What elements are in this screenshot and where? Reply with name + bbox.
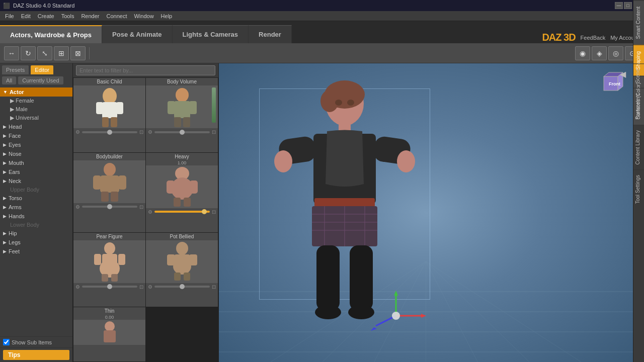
actor-arrow: ▼ — [3, 89, 8, 95]
menu-edit[interactable]: Edit — [18, 13, 34, 20]
morph-bodybuilder-slider[interactable] — [82, 206, 137, 208]
morph-thin[interactable]: Thin 0.00 — [73, 307, 145, 361]
editor-tab[interactable]: Editor — [31, 65, 53, 74]
svg-rect-29 — [102, 274, 108, 282]
svg-rect-22 — [174, 198, 181, 207]
morph-pb-lock-icon[interactable]: ⊡ — [212, 284, 216, 290]
morph-pear-figure-slider[interactable] — [82, 286, 137, 288]
tips-area: Tips — [0, 347, 72, 362]
menu-help[interactable]: Help — [158, 13, 176, 20]
minimize-button[interactable]: — — [615, 2, 623, 9]
presets-tab[interactable]: Presets — [2, 65, 29, 74]
tree-mouth[interactable]: ▶ Mouth — [0, 158, 72, 167]
morph-pear-lock-icon[interactable]: ⊡ — [139, 284, 143, 290]
nav-tab-1[interactable]: Pose & Animate — [102, 25, 173, 43]
tree-neck[interactable]: ▶ Neck — [0, 176, 72, 186]
toolbar: ↔ ↻ ⤡ ⊞ ⊠ ◉ ◈ ◎ ⊙ — [0, 43, 644, 63]
nav-tab-0[interactable]: Actors, Wardrobe & Props — [0, 25, 102, 43]
tree-feet[interactable]: ▶ Feet — [0, 247, 72, 256]
menu-connect[interactable]: Connect — [104, 13, 130, 20]
tree-face[interactable]: ▶ Face — [0, 131, 72, 140]
tree-torso[interactable]: ▶ Torso — [0, 194, 72, 203]
nav-tab-3[interactable]: Render — [249, 25, 292, 43]
morph-bodybuilder-title: Bodybuilder — [73, 153, 145, 160]
morph-heavy-slider[interactable] — [154, 211, 210, 213]
morph-heavy-image — [146, 165, 218, 208]
morph-bb-settings-icon[interactable]: ⚙ — [75, 204, 80, 210]
parameters-panel-tab[interactable]: Parameters — [633, 88, 644, 125]
menu-tools[interactable]: Tools — [58, 13, 77, 20]
morph-pear-settings-icon[interactable]: ⚙ — [75, 284, 80, 290]
show-sub-items[interactable]: Show Sub Items — [3, 339, 52, 345]
morph-pot-bellied[interactable]: Pot Bellied ⚙ — [146, 233, 218, 307]
svg-marker-80 — [371, 327, 377, 331]
tree-universal[interactable]: ▶ Universal — [0, 114, 72, 122]
tree-male[interactable]: ▶ Male — [0, 105, 72, 114]
show-sub-checkbox[interactable] — [3, 339, 10, 345]
tree-arms[interactable]: ▶ Arms — [0, 203, 72, 212]
morph-heavy-title: Heavy — [146, 153, 218, 160]
content-library-tab[interactable]: Content Library — [633, 125, 644, 169]
hands-arrow: ▶ — [3, 214, 7, 219]
scene-collapse-icon[interactable]: ◀ — [620, 69, 626, 79]
titlebar-left: ⬛ DAZ Studio 4.0 Standard — [3, 3, 74, 9]
toolbar-light[interactable]: ◎ — [608, 46, 623, 60]
tree-nose[interactable]: ▶ Nose — [0, 149, 72, 158]
tool-settings-tab[interactable]: Tool Settings — [633, 169, 644, 209]
morph-basic-child-controls: ⚙ ⊡ — [73, 128, 145, 136]
morph-pb-settings-icon[interactable]: ⚙ — [148, 284, 152, 290]
morph-body-volume[interactable]: Body Volume ⚙ — [146, 78, 218, 152]
morph-body-lock-icon[interactable]: ⊡ — [212, 129, 216, 135]
maximize-button[interactable]: □ — [624, 2, 632, 9]
menu-window[interactable]: Window — [131, 13, 156, 20]
menu-render[interactable]: Render — [78, 13, 102, 20]
nav-link-feedback[interactable]: FeedBack — [581, 35, 606, 41]
morph-heavy-lock-icon[interactable]: ⊡ — [212, 209, 216, 215]
toolbar-translate[interactable]: ↔ — [4, 46, 19, 60]
morph-lock-icon[interactable]: ⊡ — [139, 129, 143, 135]
morph-settings-icon[interactable]: ⚙ — [75, 129, 80, 135]
morph-heavy[interactable]: Heavy 1.00 ⚙ — [146, 153, 218, 232]
svg-rect-23 — [184, 198, 191, 207]
menu-file[interactable]: File — [2, 13, 17, 20]
tips-button[interactable]: Tips — [3, 350, 69, 360]
toolbar-select[interactable]: ⊞ — [54, 46, 69, 60]
morph-basic-child[interactable]: Basic Child ⚙ ⊡ — [73, 78, 145, 152]
morph-body-volume-slider[interactable] — [154, 131, 210, 133]
tree-eyes[interactable]: ▶ Eyes — [0, 140, 72, 149]
toolbar-render-preview[interactable]: ◉ — [575, 46, 590, 60]
torso-arrow: ▶ — [3, 196, 7, 201]
tree-head[interactable]: ▶ Head — [0, 122, 72, 131]
morph-bodybuilder[interactable]: Bodybuilder ⚙ ⊡ — [73, 153, 145, 232]
nav-tab-2[interactable]: Lights & Cameras — [173, 25, 249, 43]
tree-ears[interactable]: ▶ Ears — [0, 167, 72, 176]
menu-create[interactable]: Create — [35, 13, 57, 20]
tree-hip[interactable]: ▶ Hip — [0, 229, 72, 238]
morph-pear-figure[interactable]: Pear Figure ⚙ — [73, 233, 145, 307]
all-filter[interactable]: All — [2, 76, 16, 84]
morph-basic-child-slider[interactable] — [82, 131, 137, 133]
panel-tabs: Presets Editor — [0, 63, 72, 74]
search-input[interactable] — [76, 65, 215, 75]
currently-used-filter[interactable]: Currently Used — [18, 76, 63, 84]
svg-rect-21 — [190, 180, 198, 194]
svg-rect-35 — [189, 254, 197, 265]
toolbar-rotate[interactable]: ↻ — [21, 46, 36, 60]
nose-arrow: ▶ — [3, 151, 7, 156]
morph-body-settings-icon[interactable]: ⚙ — [148, 129, 152, 135]
tree-actor[interactable]: ▼ Actor — [0, 87, 72, 97]
tree-legs[interactable]: ▶ Legs — [0, 238, 72, 247]
svg-rect-13 — [100, 175, 119, 193]
morph-bodybuilder-controls: ⚙ ⊡ — [73, 203, 145, 211]
morph-heavy-settings-icon[interactable]: ⚙ — [148, 209, 152, 215]
toolbar-camera[interactable]: ◈ — [592, 46, 607, 60]
scene-panel-tab[interactable]: Scene — [633, 63, 644, 88]
tree-female[interactable]: ▶ Female — [0, 97, 72, 105]
morph-basic-child-image — [73, 85, 145, 128]
morph-pot-bellied-slider[interactable] — [154, 286, 210, 288]
main: Presets Editor All Currently Used ▼ Acto… — [0, 63, 644, 362]
toolbar-group[interactable]: ⊠ — [70, 46, 86, 60]
toolbar-scale[interactable]: ⤡ — [37, 46, 52, 60]
morph-bb-lock-icon[interactable]: ⊡ — [139, 204, 143, 210]
tree-hands[interactable]: ▶ Hands — [0, 212, 72, 221]
